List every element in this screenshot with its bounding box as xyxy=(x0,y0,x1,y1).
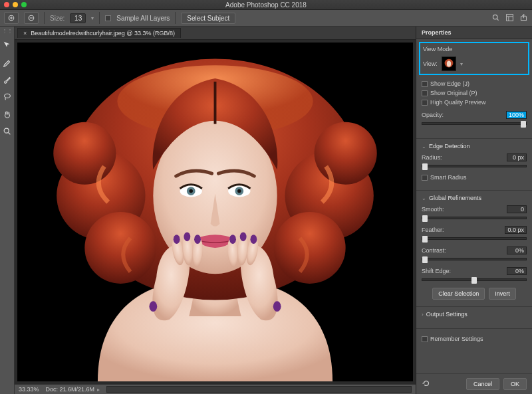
contrast-label: Contrast: xyxy=(422,247,446,254)
view-mode-thumbnail[interactable] xyxy=(442,56,456,71)
global-refinements-title: Global Refinements xyxy=(429,195,481,201)
ok-button[interactable]: OK xyxy=(503,378,527,390)
output-settings-title: Output Settings xyxy=(426,311,467,318)
svg-point-36 xyxy=(273,301,281,312)
toolbar: ⋮⋮ xyxy=(0,27,15,394)
contrast-slider[interactable] xyxy=(422,258,527,260)
share-icon[interactable] xyxy=(519,13,528,23)
smooth-slider[interactable] xyxy=(422,217,527,219)
cancel-button[interactable]: Cancel xyxy=(466,378,499,390)
svg-point-32 xyxy=(250,235,257,244)
lasso-tool[interactable] xyxy=(1,91,13,103)
svg-point-34 xyxy=(229,235,236,244)
shift-edge-value[interactable]: 0% xyxy=(507,267,527,275)
refine-edge-brush-tool[interactable] xyxy=(1,56,13,68)
properties-panel-title: Properties xyxy=(416,27,532,39)
properties-panel: Properties View Mode View: ▾ Show Edge (… xyxy=(416,27,532,394)
options-bar: Size: 13 ▾ Sample All Layers Select Subj… xyxy=(0,10,532,27)
opacity-value[interactable]: 100% xyxy=(506,111,527,119)
svg-point-6 xyxy=(4,128,9,133)
view-mode-title: View Mode xyxy=(423,46,525,52)
svg-point-29 xyxy=(174,235,180,244)
svg-point-22 xyxy=(237,189,241,193)
svg-point-2 xyxy=(493,15,497,19)
main-area: ⋮⋮ × Beautifulmodelredwithcurlyhair.jpeg… xyxy=(0,27,532,394)
divider xyxy=(44,12,45,24)
properties-footer: Cancel OK xyxy=(416,373,532,394)
subtract-from-selection-button[interactable] xyxy=(24,12,39,24)
sample-all-layers-label: Sample All Layers xyxy=(116,15,170,22)
radius-label: Radius: xyxy=(422,154,442,161)
radius-value[interactable]: 0 px xyxy=(507,153,527,161)
feather-value[interactable]: 0.0 px xyxy=(505,226,527,234)
close-tab-icon[interactable]: × xyxy=(23,30,27,37)
document-tab-title: Beautifulmodelredwithcurlyhair.jpeg @ 33… xyxy=(31,30,175,37)
invert-button[interactable]: Invert xyxy=(489,288,516,300)
document-image xyxy=(17,43,413,381)
view-mode-dropdown-icon[interactable]: ▾ xyxy=(460,61,463,67)
horizontal-scrollbar[interactable] xyxy=(106,386,412,393)
app-title: Adobe Photoshop CC 2018 xyxy=(0,1,532,9)
smooth-value[interactable]: 0 xyxy=(507,205,527,213)
toolbar-grip-icon: ⋮⋮ xyxy=(2,28,13,34)
document-info[interactable]: Doc: 21.6M/21.6M xyxy=(46,386,95,393)
brush-tool[interactable] xyxy=(1,74,13,86)
feather-slider[interactable] xyxy=(422,237,527,240)
app-frame: Adobe Photoshop CC 2018 Size: 13 ▾ Sampl… xyxy=(0,0,532,394)
brush-size-value[interactable]: 13 xyxy=(70,13,86,23)
contrast-value[interactable]: 0% xyxy=(507,246,527,254)
svg-point-35 xyxy=(149,301,157,312)
workspace-icon[interactable] xyxy=(505,13,514,23)
show-original-checkbox[interactable] xyxy=(422,90,428,96)
svg-rect-3 xyxy=(507,14,513,21)
smooth-label: Smooth: xyxy=(422,206,444,213)
quick-select-tool[interactable] xyxy=(1,39,13,51)
svg-point-39 xyxy=(447,60,451,66)
collapse-icon[interactable]: ⌄ xyxy=(422,195,426,201)
expand-icon[interactable]: › xyxy=(422,312,424,318)
feather-label: Feather: xyxy=(422,227,444,233)
divider xyxy=(175,12,176,24)
remember-settings-label: Remember Settings xyxy=(430,336,483,342)
svg-point-30 xyxy=(184,232,190,241)
svg-point-33 xyxy=(240,232,247,241)
clear-selection-button[interactable]: Clear Selection xyxy=(432,288,485,300)
doc-info-menu-icon[interactable]: ▸ xyxy=(97,387,100,393)
reset-icon[interactable] xyxy=(422,379,431,389)
shift-edge-slider[interactable] xyxy=(422,278,527,281)
remember-settings-checkbox[interactable] xyxy=(422,336,428,342)
canvas-area: × Beautifulmodelredwithcurlyhair.jpeg @ … xyxy=(15,27,416,394)
status-bar: 33.33% Doc: 21.6M/21.6M ▸ xyxy=(15,384,416,394)
view-mode-highlight: View Mode View: ▾ xyxy=(419,42,529,75)
show-edge-checkbox[interactable] xyxy=(422,81,428,87)
show-edge-label: Show Edge (J) xyxy=(430,80,469,87)
shift-edge-label: Shift Edge: xyxy=(422,268,451,274)
show-original-label: Show Original (P) xyxy=(430,90,477,96)
zoom-level[interactable]: 33.33% xyxy=(19,386,39,393)
opacity-slider[interactable] xyxy=(422,122,527,125)
high-quality-preview-label: High Quality Preview xyxy=(430,99,486,106)
high-quality-preview-checkbox[interactable] xyxy=(422,100,428,106)
canvas[interactable] xyxy=(17,43,413,381)
canvas-viewport[interactable] xyxy=(15,40,416,384)
svg-point-14 xyxy=(315,122,377,185)
svg-point-13 xyxy=(53,122,116,185)
smart-radius-checkbox[interactable] xyxy=(422,175,428,181)
svg-point-12 xyxy=(274,212,346,284)
brush-size-dropdown-icon[interactable]: ▾ xyxy=(91,15,94,21)
brush-size-label: Size: xyxy=(50,15,65,22)
svg-point-21 xyxy=(189,189,192,193)
select-subject-button[interactable]: Select Subject xyxy=(181,13,235,24)
zoom-tool[interactable] xyxy=(1,126,13,138)
view-label: View: xyxy=(423,60,438,67)
document-tabs: × Beautifulmodelredwithcurlyhair.jpeg @ … xyxy=(15,27,416,40)
sample-all-layers-checkbox[interactable] xyxy=(105,15,111,21)
smart-radius-label: Smart Radius xyxy=(430,174,467,181)
collapse-icon[interactable]: ⌄ xyxy=(422,144,426,149)
hand-tool[interactable] xyxy=(1,108,13,120)
document-tab[interactable]: × Beautifulmodelredwithcurlyhair.jpeg @ … xyxy=(17,28,181,38)
add-to-selection-button[interactable] xyxy=(4,12,19,24)
search-icon[interactable] xyxy=(491,13,500,23)
radius-slider[interactable] xyxy=(422,165,527,167)
edge-detection-title: Edge Detection xyxy=(429,143,470,149)
